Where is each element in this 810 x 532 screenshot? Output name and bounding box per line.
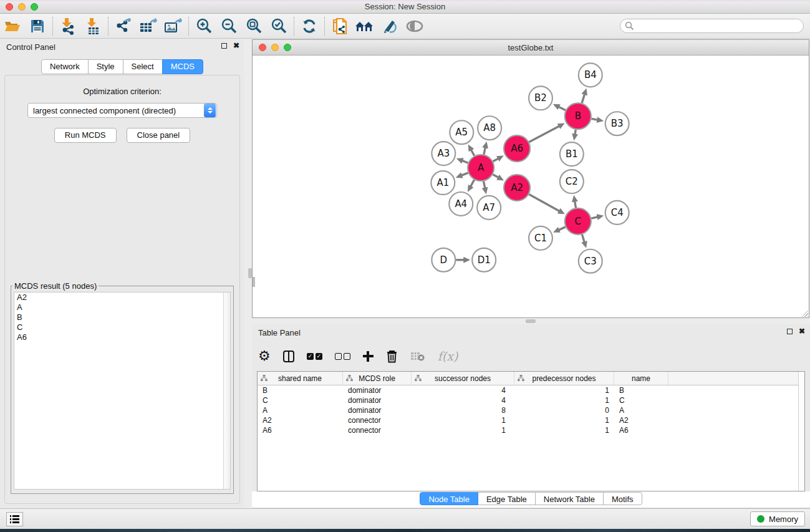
export-image-button[interactable] <box>161 16 186 37</box>
graph-edge-B-B1[interactable] <box>575 130 576 135</box>
table-cell[interactable]: 1 <box>412 425 514 435</box>
graph-edge-C-C2[interactable] <box>575 201 576 208</box>
network-window-titlebar[interactable]: testGlobe.txt <box>253 40 809 56</box>
import-table-button[interactable] <box>80 16 105 37</box>
table-cell[interactable]: 0 <box>514 405 614 415</box>
table-cell[interactable]: 4 <box>412 385 514 395</box>
graph-edge-A-A3[interactable] <box>461 160 468 163</box>
tab-edge-table[interactable]: Edge Table <box>478 492 536 505</box>
table-cell[interactable]: A6 <box>614 425 668 435</box>
open-file-button[interactable] <box>0 16 25 37</box>
zoom-fit-button[interactable] <box>241 16 266 37</box>
table-row[interactable]: Cdominator41C <box>258 395 804 405</box>
column-header-shared-name[interactable]: shared name <box>258 372 343 385</box>
select-all-button[interactable]: ✓ ✓ <box>307 353 322 360</box>
graph-edge-A-A4[interactable] <box>470 180 474 187</box>
table-cell[interactable]: B <box>614 385 668 395</box>
table-scrollbar[interactable] <box>798 372 804 491</box>
graph-edge-B-B2[interactable] <box>558 107 566 110</box>
table-cell[interactable]: 4 <box>412 395 514 405</box>
table-row[interactable]: Bdominator41B <box>258 385 804 395</box>
table-cell[interactable]: C <box>614 395 668 405</box>
column-header-MCDS-role[interactable]: MCDS role <box>343 372 412 385</box>
float-panel-icon[interactable] <box>221 43 227 49</box>
tab-network-table[interactable]: Network Table <box>535 492 604 505</box>
graph-edge-B-B3[interactable] <box>591 118 598 120</box>
table-cell[interactable]: 1 <box>514 425 614 435</box>
graph-edge-A-A2[interactable] <box>493 175 499 178</box>
graph-edge-A-A5[interactable] <box>471 149 475 155</box>
zoom-selected-button[interactable] <box>266 16 291 37</box>
graph-edge-A6-B[interactable] <box>529 126 559 142</box>
zoom-out-button[interactable] <box>216 16 241 37</box>
memory-button[interactable]: Memory <box>750 511 805 526</box>
table-cell[interactable]: 1 <box>412 415 514 425</box>
table-cell[interactable]: connector <box>343 415 412 425</box>
table-cell[interactable]: 1 <box>514 415 614 425</box>
save-session-button[interactable] <box>25 16 50 37</box>
criterion-dropdown[interactable]: largest connected component (directed) <box>27 103 217 118</box>
graph-edge-C-C4[interactable] <box>591 217 598 218</box>
tab-select[interactable]: Select <box>123 59 163 74</box>
table-cell[interactable]: 1 <box>514 395 614 405</box>
canvas-scroll-thumb[interactable] <box>253 277 255 287</box>
refresh-button[interactable] <box>297 16 322 37</box>
table-cell[interactable]: dominator <box>343 405 412 415</box>
task-history-button[interactable] <box>6 512 23 526</box>
tab-motifs[interactable]: Motifs <box>603 492 642 505</box>
table-cell[interactable]: C <box>258 395 343 405</box>
table-cell[interactable]: B <box>258 385 343 395</box>
table-cell[interactable]: A2 <box>614 415 668 425</box>
graph-edge-A-A1[interactable] <box>461 173 468 176</box>
table-cell[interactable]: A <box>258 405 343 415</box>
add-column-button[interactable] <box>363 351 374 362</box>
table-cell[interactable]: 8 <box>412 405 514 415</box>
mcds-result-list[interactable]: A2ABCA6 <box>14 292 231 490</box>
delete-column-button[interactable] <box>386 349 398 363</box>
graph-edge-A-A7[interactable] <box>484 181 485 189</box>
graph-edge-C-C3[interactable] <box>582 235 584 243</box>
graph-edge-A-A6[interactable] <box>493 158 499 162</box>
export-network-button[interactable] <box>111 16 136 37</box>
table-cell[interactable]: A <box>614 405 668 415</box>
horizontal-splitter-handle[interactable] <box>526 319 536 323</box>
graph-edge-A2-C[interactable] <box>529 195 560 211</box>
list-item[interactable]: A6 <box>14 332 230 342</box>
table-row[interactable]: Adominator80A <box>258 405 804 415</box>
column-header-predecessor-nodes[interactable]: predecessor nodes <box>514 372 614 385</box>
search-input[interactable] <box>620 19 804 33</box>
tab-style[interactable]: Style <box>88 59 123 74</box>
column-header-successor-nodes[interactable]: successor nodes <box>412 372 514 385</box>
column-selector-button[interactable] <box>283 351 294 362</box>
list-item[interactable]: C <box>14 322 230 332</box>
table-row[interactable]: A6connector11A6 <box>258 425 804 435</box>
tab-mcds[interactable]: MCDS <box>162 59 203 74</box>
table-row[interactable]: A2connector11A2 <box>258 415 804 425</box>
zoom-in-button[interactable] <box>191 16 216 37</box>
table-cell[interactable]: dominator <box>343 385 412 395</box>
home-button[interactable] <box>352 16 377 37</box>
table-settings-button[interactable]: ⚙ <box>258 349 271 363</box>
table-cell[interactable]: A6 <box>258 425 343 435</box>
graph-edge-C-C1[interactable] <box>558 227 566 230</box>
close-panel-button[interactable]: Close panel <box>127 128 191 143</box>
list-item[interactable]: B <box>14 312 230 322</box>
import-network-button[interactable] <box>55 16 80 37</box>
export-table-button[interactable] <box>136 16 161 37</box>
annotation-button[interactable] <box>377 16 402 37</box>
list-item[interactable]: A2 <box>14 293 230 302</box>
table-cell[interactable]: connector <box>343 425 412 435</box>
run-mcds-button[interactable]: Run MCDS <box>54 128 117 143</box>
float-panel-icon[interactable] <box>787 329 793 334</box>
graph-edge-B-B4[interactable] <box>582 94 585 103</box>
column-header-name[interactable]: name <box>614 372 668 385</box>
tab-network[interactable]: Network <box>41 59 89 74</box>
tab-node-table[interactable]: Node Table <box>420 492 478 505</box>
table-cell[interactable]: dominator <box>343 395 412 405</box>
close-panel-icon[interactable]: ✖ <box>233 42 239 49</box>
deselect-all-button[interactable] <box>335 353 350 360</box>
network-canvas[interactable]: B4B2BB3A8A5A6A3B1AC2A1A2A4A7C4CC1DD1C3 <box>253 56 809 317</box>
list-scrollbar[interactable] <box>223 293 230 489</box>
network-from-selection-button[interactable] <box>327 16 352 37</box>
hide-show-button[interactable] <box>402 16 427 37</box>
